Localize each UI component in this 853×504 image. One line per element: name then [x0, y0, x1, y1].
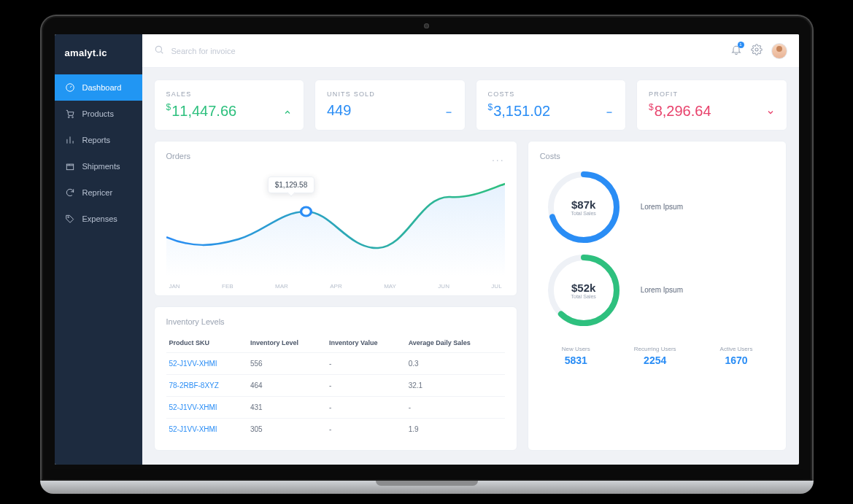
stat-label: New Users [562, 346, 590, 352]
trend-flat-icon [605, 106, 614, 115]
sidebar-item-label: Repricer [82, 188, 113, 197]
stat-value: 1670 [720, 354, 753, 366]
sidebar-item-expenses[interactable]: Expenses [55, 206, 142, 232]
settings-button[interactable] [751, 44, 763, 58]
month-label: JUN [438, 283, 449, 290]
sidebar: amalyt.ic DashboardProductsReportsShipme… [55, 34, 142, 465]
orders-callout: $1,129.58 [268, 177, 315, 193]
orders-panel: Orders ··· $1,129.58 [154, 141, 517, 296]
costs-panel: Costs $87kTotal SalesLorem Ipsum$52kTota… [528, 141, 787, 451]
tag-icon [65, 214, 75, 224]
sidebar-item-shipments[interactable]: Shipments [55, 153, 142, 179]
table-cell: - [326, 396, 406, 418]
table-cell: 464 [247, 374, 326, 396]
month-label: APR [330, 283, 341, 290]
search [154, 44, 722, 58]
donut-sublabel: Total Sales [571, 211, 596, 216]
table-cell: 32.1 [406, 374, 505, 396]
svg-point-7 [755, 48, 758, 51]
orders-chart: $1,129.58 [166, 168, 505, 277]
sidebar-item-label: Shipments [82, 162, 120, 171]
stat-value: 2254 [634, 354, 676, 366]
month-label: FEB [222, 283, 233, 290]
cart-icon [65, 109, 75, 119]
donut-row: $87kTotal SalesLorem Ipsum [540, 171, 775, 244]
svg-point-2 [72, 117, 73, 118]
sku-link[interactable]: 52-J1VV-XHMI [169, 403, 217, 411]
orders-menu-button[interactable]: ··· [492, 154, 505, 166]
trend-flat-icon [444, 106, 453, 115]
topbar: 1 [142, 34, 799, 68]
table-header: Product SKU [166, 333, 247, 353]
inventory-table: Product SKUInventory LevelInventory Valu… [166, 333, 505, 440]
svg-point-4 [67, 217, 69, 218]
svg-point-8 [301, 207, 311, 216]
table-cell: - [326, 352, 406, 374]
table-cell: 0.3 [406, 352, 505, 374]
table-cell: 1.9 [406, 418, 505, 440]
search-icon [154, 44, 164, 58]
kpi-title: UNITS SOLD [327, 90, 453, 98]
month-label: JUL [491, 283, 501, 290]
sidebar-item-reports[interactable]: Reports [55, 127, 142, 153]
bars-icon [65, 135, 75, 145]
table-cell: 305 [247, 418, 326, 440]
table-cell: - [326, 418, 406, 440]
kpi-profit: PROFIT$8,296.64 [636, 80, 787, 131]
table-header: Inventory Value [326, 333, 406, 353]
donut-label: Lorem Ipsum [641, 203, 683, 211]
kpi-value: 449 [327, 102, 351, 119]
user-stat: Active Users1670 [720, 346, 753, 366]
table-row: 52-J1VV-XHMI431-- [166, 396, 505, 418]
kpi-value: $11,447.66 [166, 102, 237, 120]
trend-up-icon [283, 106, 292, 115]
sidebar-item-repricer[interactable]: Repricer [55, 179, 142, 206]
kpi-sales: SALES$11,447.66 [154, 80, 305, 131]
refresh-icon [65, 187, 75, 198]
table-cell: - [326, 374, 406, 396]
sku-link[interactable]: 52-J1VV-XHMI [169, 425, 217, 433]
orders-title: Orders [166, 152, 191, 160]
table-cell: 431 [247, 396, 326, 418]
avatar[interactable] [771, 43, 787, 59]
sidebar-item-label: Reports [82, 136, 111, 144]
sidebar-item-label: Dashboard [82, 83, 122, 92]
inventory-panel: Inventory Levels Product SKUInventory Le… [154, 306, 517, 451]
sku-link[interactable]: 78-2RBF-8XYZ [169, 381, 219, 389]
sidebar-item-label: Products [82, 109, 114, 118]
table-header: Average Daily Sales [406, 333, 505, 353]
table-cell: - [406, 396, 505, 418]
donut-chart: $87kTotal Sales [547, 171, 620, 244]
donut-chart: $52kTotal Sales [547, 254, 620, 327]
sku-link[interactable]: 52-J1VV-XHMI [169, 360, 217, 368]
donut-row: $52kTotal SalesLorem Ipsum [540, 254, 775, 327]
month-label: MAR [275, 283, 288, 290]
donut-value: $52k [571, 282, 595, 294]
sidebar-item-dashboard[interactable]: Dashboard [55, 74, 142, 101]
table-header: Inventory Level [247, 333, 326, 353]
svg-point-5 [155, 46, 161, 52]
costs-title: Costs [540, 152, 775, 160]
table-row: 52-J1VV-XHMI556-0.3 [166, 352, 505, 374]
notifications-button[interactable]: 1 [730, 44, 742, 58]
month-label: MAY [384, 283, 396, 290]
table-cell: 556 [247, 352, 326, 374]
kpi-costs: COSTS$3,151.02 [476, 80, 627, 131]
month-label: JAN [169, 283, 180, 290]
table-row: 78-2RBF-8XYZ464-32.1 [166, 374, 505, 396]
user-stat: Recurring Users2254 [634, 346, 676, 366]
kpi-title: COSTS [488, 90, 614, 98]
donut-label: Lorem Ipsum [641, 286, 683, 294]
kpi-value: $3,151.02 [488, 102, 551, 120]
svg-line-6 [161, 51, 163, 53]
stat-value: 5831 [562, 354, 590, 366]
svg-point-1 [68, 117, 69, 118]
box-icon [65, 161, 75, 171]
trend-down-icon [766, 106, 775, 115]
search-input[interactable] [170, 46, 722, 56]
kpi-value: $8,296.64 [649, 102, 711, 120]
sidebar-item-products[interactable]: Products [55, 101, 142, 127]
speedometer-icon [65, 82, 75, 93]
notifications-badge: 1 [738, 42, 744, 48]
donut-value: $87k [571, 198, 595, 211]
